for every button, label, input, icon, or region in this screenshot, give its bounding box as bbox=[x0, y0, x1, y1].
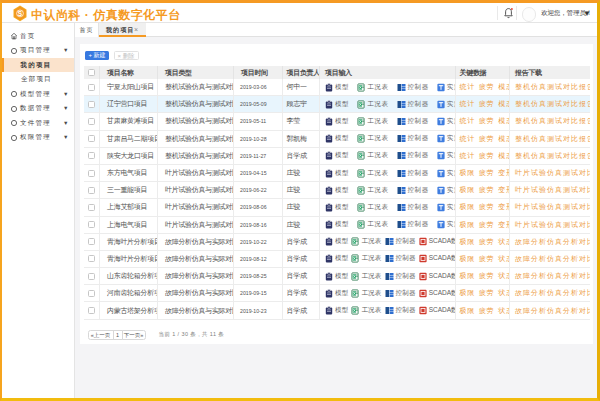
svg-text:S: S bbox=[18, 10, 23, 17]
